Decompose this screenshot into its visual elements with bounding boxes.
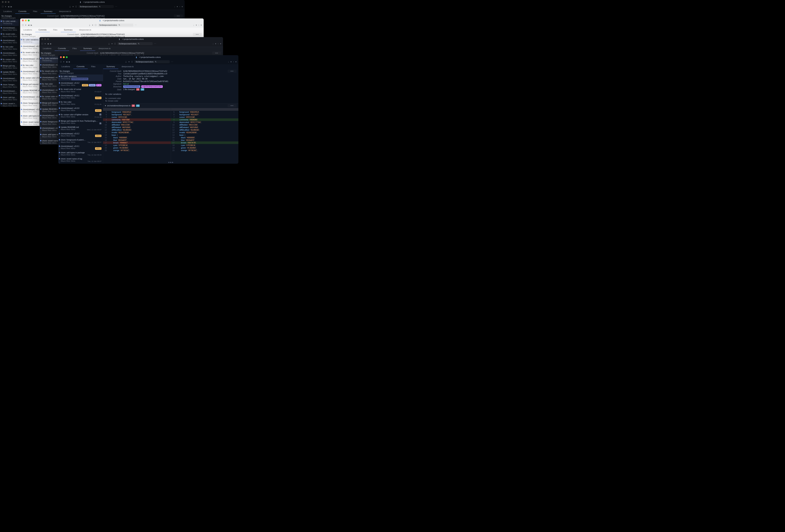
tab-commits[interactable]: Commits [73, 64, 88, 69]
nav-forward-icon[interactable]: ▶ [31, 24, 32, 26]
traffic-lights[interactable] [2, 1, 9, 3]
location-bar[interactable]: fix/deepocean/colors🔍︎ [78, 5, 114, 8]
tab-locations[interactable]: Locations [20, 28, 35, 32]
tab-commits[interactable]: Commits [15, 9, 30, 14]
commit-entry[interactable]: chore(release): v4.0.1Mauro Reis Vieirav… [58, 94, 103, 100]
commit-entry[interactable]: chore: foreground of pale…Mauro Reis Vie… [0, 83, 19, 89]
push-icon[interactable]: ⭳ [69, 5, 71, 8]
more-button[interactable]: ••• [228, 104, 236, 107]
more-icon[interactable]: ⋯ [135, 24, 137, 26]
dropdown-icon[interactable]: ▾ [182, 5, 183, 8]
chevron-down-icon[interactable]: ▾ [105, 105, 106, 107]
more-icon[interactable]: ⋯ [171, 61, 173, 63]
close-icon[interactable] [22, 20, 24, 21]
commit-entry[interactable]: chore(release): v3.0.1Mauro Reis Vieira [0, 89, 19, 96]
commit-entry[interactable]: fix: revert color of cursorMauro Reis Vi… [0, 32, 19, 38]
tab-locations[interactable]: Locations [40, 46, 55, 51]
branch-icon[interactable]: ☐ [114, 43, 116, 45]
tab-summary[interactable]: Summary [80, 46, 95, 51]
dropdown-icon[interactable]: ▾ [235, 61, 236, 63]
tab-summary[interactable]: Summary [61, 28, 76, 32]
commit-entry[interactable]: chore(release): v3.0.2Mauro Reis Vieira [0, 77, 19, 83]
search-icon[interactable]: 🔍︎ [99, 5, 101, 8]
commits-sidebar[interactable]: No changes Commit Changes fix: color var… [58, 69, 103, 164]
dropdown-icon[interactable]: ▾ [196, 24, 197, 26]
push-up-icon[interactable]: ↑ [218, 43, 219, 45]
titlebar[interactable]: ▮~/.projects/meetio-colors [20, 19, 204, 23]
tab-summary[interactable]: Summary [103, 64, 118, 69]
minimize-icon[interactable] [44, 38, 46, 40]
commit-entry[interactable]: fix: hex colorMauro Reis VieiraFri 01:46 [58, 100, 103, 107]
search-icon[interactable]: 🔍︎ [138, 43, 140, 45]
push-up-icon[interactable]: ↑ [179, 5, 180, 8]
dropdown-icon[interactable]: ▾ [25, 24, 26, 26]
commit-entry[interactable]: Update README.mdMauro Reis Vieira [0, 70, 19, 77]
commit-entry[interactable]: chore(release): v4.0.0Mauro Reis Vieira [0, 51, 19, 57]
maximize-icon[interactable] [66, 56, 68, 58]
dropdown-icon[interactable]: ▾ [215, 43, 216, 45]
commit-entry[interactable]: Update README.mdMauro Reis VieiraWed, 13… [58, 125, 103, 132]
titlebar[interactable]: ▮~/.projects/meetio-colors [40, 37, 223, 41]
minimize-icon[interactable] [25, 20, 27, 21]
nav-forward-icon[interactable]: ▶ [50, 43, 52, 45]
commit-entry[interactable]: Merge pull request #1 fro…Mauro Reis Vie… [0, 64, 19, 70]
commit-entry[interactable]: chore(release): v3.0.1Mauro Reis Vieirav… [58, 144, 103, 151]
minimize-icon[interactable] [5, 1, 6, 3]
dropdown-icon[interactable]: ▾ [111, 43, 112, 45]
nav-back-icon[interactable]: ◀ [8, 5, 9, 8]
sidebar-toggle-icon[interactable]: ☐ [22, 24, 24, 26]
commit-entry[interactable]: chore(release): v4.0.2Mauro Reis Vieira [0, 26, 19, 32]
push-icon[interactable]: ⭳ [108, 43, 110, 45]
close-icon[interactable] [60, 56, 62, 58]
commit-entry[interactable]: chore: add types in packageMauro Reis Vi… [58, 151, 103, 157]
minimize-icon[interactable] [63, 56, 65, 58]
tab-files[interactable]: Files [30, 9, 41, 14]
tab-commits[interactable]: Commits [35, 28, 50, 32]
more-button[interactable]: ••• [212, 52, 221, 55]
more-button[interactable]: ••• [174, 15, 183, 18]
traffic-lights[interactable] [22, 20, 30, 21]
branch-icon[interactable]: ☐ [95, 24, 97, 26]
nav-forward-icon[interactable]: ▶ [69, 61, 70, 63]
commit-entry[interactable]: chore: foreground of palenightMauro Reis… [58, 138, 103, 144]
pull-icon[interactable]: ↓ [228, 61, 229, 63]
commit-entry[interactable]: chore: revert name of tagMauro Reis Viei… [58, 157, 103, 163]
commit-entry[interactable]: fix: color variationsTheSecEngfix/deepoc [0, 19, 19, 26]
tab-locations[interactable]: Locations [58, 64, 73, 69]
dropdown-icon[interactable]: ▾ [201, 24, 202, 26]
tab-files[interactable]: Files [69, 46, 80, 51]
dropdown-icon[interactable]: ▾ [92, 24, 93, 26]
maximize-icon[interactable] [47, 38, 49, 40]
tab-file[interactable]: deepocean.ts [95, 46, 114, 51]
close-icon[interactable] [41, 38, 43, 40]
nav-back-icon[interactable]: ◀ [66, 61, 67, 63]
dropdown-icon[interactable]: ▾ [230, 61, 232, 63]
sidebar-toggle-icon[interactable]: ☐ [2, 5, 4, 8]
branch-icon[interactable]: ☐ [75, 5, 77, 8]
tab-file[interactable]: deepocean.ts [118, 64, 137, 69]
titlebar[interactable]: ▮~/.projects/meetio-colors [0, 0, 185, 4]
tab-locations[interactable]: Locations [0, 9, 15, 14]
dropdown-icon[interactable]: ▾ [63, 61, 65, 63]
commit-entry[interactable]: fix: cursor color of lighter versionMaur… [58, 113, 103, 119]
branch-icon[interactable]: ☐ [131, 61, 133, 63]
commit-entry[interactable]: fix: cursor color of lighterMauro Reis V… [0, 57, 19, 64]
push-up-icon[interactable]: ↑ [233, 61, 234, 63]
commit-entry[interactable]: fix: revert color of cursorMauro Reis Vi… [58, 87, 103, 94]
sidebar-toggle-icon[interactable]: ☐ [60, 61, 62, 63]
tab-commits[interactable]: Commits [55, 46, 69, 51]
tab-files[interactable]: Files [50, 28, 60, 32]
dropdown-icon[interactable]: ▾ [220, 43, 221, 45]
location-bar[interactable]: fix/deepocean/colors🔍︎ [134, 60, 170, 63]
maximize-icon[interactable] [8, 1, 9, 3]
nav-forward-icon[interactable]: ▶ [10, 5, 12, 8]
diff-file-header[interactable]: ▾ src/variations/deepocean.ts -2 +2 ••• [103, 103, 238, 108]
dropdown-icon[interactable]: ▾ [45, 43, 46, 45]
dropdown-icon[interactable]: ▾ [177, 5, 178, 8]
tab-summary[interactable]: Summary [41, 9, 56, 14]
search-icon[interactable]: 🔍︎ [155, 61, 157, 63]
nav-back-icon[interactable]: ◀ [47, 43, 49, 45]
more-icon[interactable]: ⋯ [154, 43, 156, 45]
commit-entry[interactable]: chore: add types in packa…Mauro Reis Vie… [0, 96, 19, 102]
commits-sidebar[interactable]: No changes Commit Changes fix: color var… [0, 14, 19, 107]
